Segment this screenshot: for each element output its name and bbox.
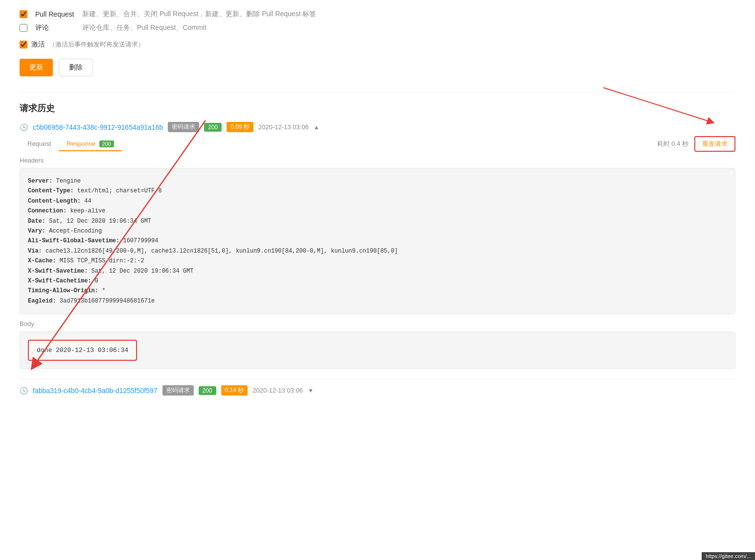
header-line-9: X-Cache: MISS TCP_MISS dirn:-2:-2 [28,256,727,266]
time-info-1: 耗时 0.4 秒 [657,140,688,148]
headers-title: Headers [20,157,735,164]
tab-response-badge: 200 [99,140,114,147]
header-line-5: Date: Sat, 12 Dec 2020 19:06:34 GMT [28,216,727,226]
tabs-right: 耗时 0.4 秒 重发请求 [657,136,735,152]
header-line-6: Vary: Accept-Encoding [28,226,727,236]
header-line-3: Content-Length: 44 [28,196,727,206]
headers-code-block: Server: Tengine Content-Type: text/html;… [20,168,735,314]
section-title: 请求历史 [20,102,735,114]
update-button[interactable]: 更新 [20,59,53,76]
body-wrapper: done 2020-12-13 03:06:34 [20,331,735,369]
activate-label: 激活 [31,40,45,49]
history-link-1[interactable]: c5b06958-7443-438c-9912-91654a91a16b [33,123,163,131]
activate-checkbox[interactable] [20,41,27,48]
header-line-4: Connection: keep-alive [28,206,727,216]
history-item-2-header: 🕓 fabba319-c4b0-4cb4-9a0b-d1255f50f597 密… [20,385,735,396]
header-line-7: Ali-Swift-Global-Savetime: 1607799994 [28,236,727,246]
header-line-13: Eagleid: 3ad7913b160779999948681671e [28,296,727,306]
comment-row: 评论 评论仓库、任务、Pull Request、Commit [20,23,735,32]
comment-desc: 评论仓库、任务、Pull Request、Commit [82,23,206,32]
body-title: Body [20,320,735,327]
tabs-left: Request Response 200 [20,137,122,151]
header-line-11: X-Swift-Cachetime: 0 [28,276,727,286]
badge-status-1: 200 [204,123,222,132]
badge-time-1: 0.09 秒 [227,122,253,132]
expand-button-2[interactable]: ▼ [308,387,314,394]
badge-secret-2: 密码请求 [162,385,194,396]
comment-label: 评论 [35,23,74,32]
history-link-2[interactable]: fabba319-c4b0-4cb4-9a0b-d1255f50f597 [33,387,158,395]
badge-time-2: 0.14 秒 [221,385,248,396]
badge-secret-1: 密码请求 [168,122,199,132]
pull-request-checkbox[interactable] [20,10,27,18]
header-line-10: X-Swift-Savetime: Sat, 12 Dec 2020 19:06… [28,266,727,276]
history-clock-icon-2: 🕓 [20,387,28,395]
comment-checkbox[interactable] [20,24,27,32]
history-item-2: 🕓 fabba319-c4b0-4cb4-9a0b-d1255f50f597 密… [20,379,735,396]
action-buttons: 更新 删除 [20,59,735,76]
history-date-1: 2020-12-13 03:06 [258,123,309,131]
history-item-1: 🕓 c5b06958-7443-438c-9912-91654a91a16b 密… [20,122,735,369]
tab-response[interactable]: Response 200 [59,137,122,151]
history-clock-icon: 🕓 [20,123,28,131]
activate-row: 激活 （激活后事件触发时将发送请求） [20,40,735,49]
history-item-1-header: 🕓 c5b06958-7443-438c-9912-91654a91a16b 密… [20,122,735,132]
header-line-2: Content-Type: text/html; charset=UTF-8 [28,186,727,196]
body-content: done 2020-12-13 03:06:34 [28,340,137,361]
pull-request-desc: 新建、更新、合并、关闭 Pull Request，新建、更新、删除 Pull R… [82,10,316,19]
header-line-12: Timing-Allow-Origin: * [28,286,727,296]
pull-request-row: Pull Request 新建、更新、合并、关闭 Pull Request，新建… [20,10,735,19]
resend-button[interactable]: 重发请求 [694,136,735,152]
tabs-row-1: Request Response 200 耗时 0.4 秒 重发请求 [20,136,735,152]
history-date-2: 2020-12-13 03:06 [252,387,303,394]
delete-button[interactable]: 删除 [59,59,93,76]
badge-status-2: 200 [199,386,216,395]
header-line-8: Via: cache13.l2cn1826[49,200-0,M], cache… [28,246,727,256]
activate-hint: （激活后事件触发时将发送请求） [49,40,144,49]
pull-request-label: Pull Request [35,10,74,18]
header-line-1: Server: Tengine [28,176,727,186]
collapse-button-1[interactable]: ▲ [314,124,320,131]
tab-request[interactable]: Request [20,137,59,151]
